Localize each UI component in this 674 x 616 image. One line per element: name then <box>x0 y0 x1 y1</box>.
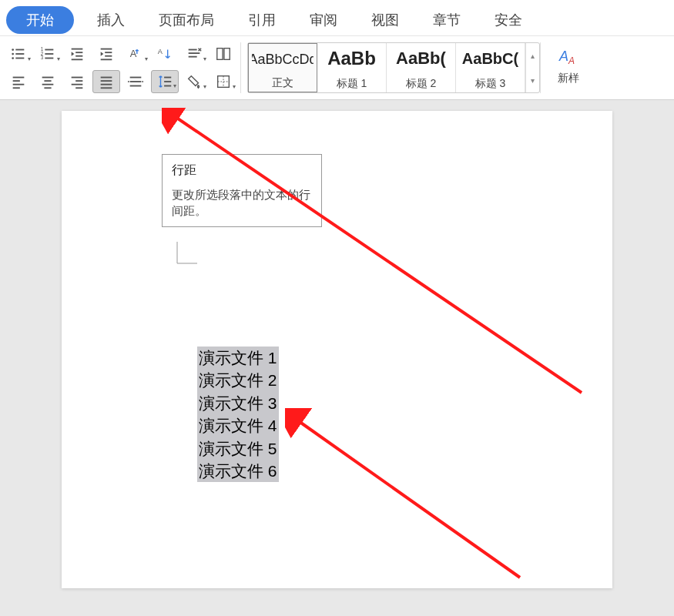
svg-rect-18 <box>105 55 112 57</box>
svg-rect-7 <box>45 49 53 51</box>
svg-rect-9 <box>45 53 53 55</box>
svg-rect-12 <box>72 49 83 50</box>
style-preview: AaBbC( <box>459 46 521 71</box>
line-spacing-tooltip: 行距 更改所选段落中的文本的行间距。 <box>162 154 322 227</box>
svg-rect-46 <box>164 77 171 79</box>
svg-rect-34 <box>44 87 51 89</box>
toolbar: ▾ 123 ▾ A ▾ A <box>0 35 674 99</box>
svg-rect-11 <box>45 58 53 59</box>
style-heading2[interactable]: AaBb( 标题 2 <box>387 43 456 92</box>
tab-insert[interactable]: 插入 <box>80 5 142 35</box>
svg-text:A: A <box>130 48 137 59</box>
document-page[interactable] <box>62 111 612 588</box>
svg-rect-36 <box>75 80 82 82</box>
tab-security[interactable]: 安全 <box>478 5 539 35</box>
selected-text-block[interactable]: 演示文件 1 演示文件 2 演示文件 3 演示文件 4 演示文件 5 演示文件 … <box>197 346 279 482</box>
doc-line[interactable]: 演示文件 5 <box>197 437 279 460</box>
svg-rect-43 <box>130 77 142 79</box>
shading-button[interactable]: ▾ <box>180 70 208 93</box>
style-heading1[interactable]: AaBb 标题 1 <box>317 43 387 92</box>
svg-rect-28 <box>13 80 20 82</box>
style-preview: AaBb <box>320 46 383 71</box>
doc-line[interactable]: 演示文件 3 <box>197 392 279 414</box>
svg-rect-31 <box>42 77 54 79</box>
svg-rect-14 <box>75 55 82 57</box>
gallery-scroll: ▴ ▾ <box>525 43 539 92</box>
svg-rect-13 <box>75 52 82 53</box>
style-normal[interactable]: AaBbCcDd 正文 <box>248 43 317 92</box>
paragraph-group: ▾ 123 ▾ A ▾ A <box>3 42 241 93</box>
gallery-scroll-up[interactable]: ▴ <box>526 43 539 68</box>
tooltip-connector <box>176 240 199 271</box>
paragraph-marks-button[interactable] <box>210 42 237 65</box>
align-left-button[interactable] <box>5 70 32 93</box>
tab-pagelayout[interactable]: 页面布局 <box>142 5 231 35</box>
svg-rect-3 <box>15 53 24 55</box>
borders-button[interactable]: ▾ <box>210 70 237 93</box>
svg-rect-5 <box>15 58 24 59</box>
tab-review[interactable]: 审阅 <box>293 5 354 35</box>
doc-line[interactable]: 演示文件 6 <box>197 460 279 482</box>
svg-rect-42 <box>101 87 112 89</box>
svg-rect-27 <box>13 77 25 79</box>
new-style-label: 新样 <box>558 72 579 85</box>
svg-rect-24 <box>189 56 197 58</box>
align-right-button[interactable] <box>63 70 91 93</box>
doc-line[interactable]: 演示文件 2 <box>197 369 279 391</box>
svg-rect-35 <box>72 77 83 79</box>
numbered-list-button[interactable]: 123 ▾ <box>34 42 62 65</box>
decrease-indent-button[interactable] <box>63 42 91 65</box>
tab-view[interactable]: 视图 <box>354 5 416 35</box>
svg-rect-40 <box>101 80 112 82</box>
style-label: 标题 1 <box>320 75 383 91</box>
tab-reference[interactable]: 引用 <box>231 5 293 35</box>
svg-rect-38 <box>75 87 82 89</box>
sort-button[interactable]: A <box>151 42 179 65</box>
svg-rect-17 <box>105 52 112 53</box>
style-preview: AaBbCcDd <box>252 47 314 72</box>
svg-rect-48 <box>164 85 171 87</box>
svg-rect-45 <box>130 85 142 87</box>
tab-bar: 开始 插入 页面布局 引用 审阅 视图 章节 安全 <box>0 0 674 35</box>
tab-chapter[interactable]: 章节 <box>416 5 478 35</box>
svg-rect-16 <box>101 49 112 50</box>
svg-point-0 <box>12 49 14 51</box>
svg-text:A: A <box>158 48 163 55</box>
line-spacing-button[interactable]: ▾ <box>151 70 179 93</box>
distribute-button[interactable] <box>122 70 149 93</box>
svg-rect-1 <box>15 49 24 51</box>
text-direction-button[interactable]: A ▾ <box>122 42 149 65</box>
style-label: 标题 2 <box>390 75 452 91</box>
svg-rect-30 <box>13 87 20 89</box>
svg-text:3: 3 <box>41 55 44 60</box>
align-center-button[interactable] <box>34 70 62 93</box>
svg-rect-29 <box>13 84 25 85</box>
svg-rect-39 <box>101 77 112 79</box>
svg-point-4 <box>12 57 14 59</box>
svg-point-2 <box>12 53 14 55</box>
gallery-scroll-down[interactable]: ▾ <box>526 68 539 92</box>
svg-rect-41 <box>101 84 112 85</box>
svg-rect-26 <box>224 49 230 60</box>
style-label: 正文 <box>252 75 314 90</box>
clear-formatting-button[interactable]: ▾ <box>180 42 208 65</box>
new-style-icon: A A <box>556 45 581 70</box>
align-justify-button[interactable] <box>92 70 120 93</box>
tab-start[interactable]: 开始 <box>6 6 74 34</box>
style-heading3[interactable]: AaBbC( 标题 3 <box>456 43 525 92</box>
doc-line[interactable]: 演示文件 4 <box>197 414 279 437</box>
increase-indent-button[interactable] <box>92 42 120 65</box>
bullet-list-button[interactable]: ▾ <box>5 42 32 65</box>
ribbon: 开始 插入 页面布局 引用 审阅 视图 章节 安全 ▾ 123 ▾ <box>0 0 674 100</box>
svg-rect-25 <box>217 49 223 60</box>
tooltip-title: 行距 <box>172 162 312 179</box>
style-label: 标题 3 <box>459 75 521 91</box>
svg-rect-33 <box>42 84 54 85</box>
svg-text:A: A <box>568 55 575 66</box>
doc-line[interactable]: 演示文件 1 <box>197 346 279 369</box>
new-style-button[interactable]: A A 新样 <box>540 42 590 93</box>
svg-rect-37 <box>72 84 83 85</box>
svg-rect-44 <box>130 81 142 82</box>
tooltip-desc: 更改所选段落中的文本的行间距。 <box>172 186 312 219</box>
svg-rect-19 <box>101 59 112 60</box>
